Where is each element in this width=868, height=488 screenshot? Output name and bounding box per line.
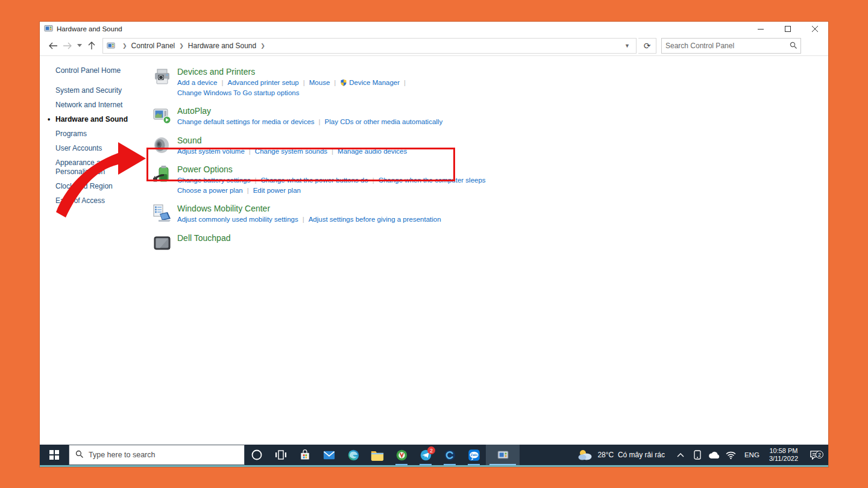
- link-separator: |: [404, 79, 406, 86]
- weather-widget[interactable]: 28°C Có mây rải rác: [577, 449, 665, 461]
- power-options-icon: [152, 164, 172, 184]
- refresh-icon[interactable]: ⟳: [638, 38, 656, 54]
- task-link-change-when-the-computer-sleeps[interactable]: Change when the computer sleeps: [379, 177, 486, 184]
- language-indicator[interactable]: ENG: [744, 451, 760, 458]
- maximize-button[interactable]: [774, 22, 801, 36]
- search-box[interactable]: [661, 38, 801, 54]
- task-link-adjust-settings-before-giving-a-presentation[interactable]: Adjust settings before giving a presenta…: [309, 216, 441, 223]
- section-devices-and-printers: Devices and PrintersAdd a device|Advance…: [152, 66, 828, 98]
- task-link-change-windows-to-go-startup-options[interactable]: Change Windows To Go startup options: [177, 89, 299, 96]
- task-link-manage-audio-devices[interactable]: Manage audio devices: [338, 148, 407, 155]
- sidebar-item-ease-of-access[interactable]: Ease of Access: [55, 196, 133, 205]
- onedrive-icon[interactable]: [708, 451, 721, 459]
- link-separator: |: [249, 148, 251, 155]
- dell-touchpad-icon: [152, 233, 172, 253]
- svg-text:Zalo: Zalo: [470, 453, 477, 457]
- notification-icon[interactable]: 2: [803, 450, 826, 460]
- sidebar: Control Panel Home System and SecurityNe…: [40, 56, 152, 445]
- task-link-change-what-the-power-buttons-do[interactable]: Change what the power buttons do: [260, 177, 368, 184]
- file-explorer-icon[interactable]: [365, 445, 389, 465]
- task-link-play-cds-or-other-media-automatically[interactable]: Play CDs or other media automatically: [325, 118, 443, 125]
- breadcrumb-chevron: ❯: [122, 43, 127, 49]
- task-link-change-system-sounds[interactable]: Change system sounds: [255, 148, 327, 155]
- devices-printers-icon: [152, 66, 172, 87]
- task-link-advanced-printer-setup[interactable]: Advanced printer setup: [228, 79, 299, 86]
- close-button[interactable]: [801, 22, 828, 36]
- link-separator: |: [247, 187, 249, 194]
- sidebar-item-network-and-internet[interactable]: Network and Internet: [55, 101, 133, 110]
- section-title[interactable]: Dell Touchpad: [177, 233, 230, 243]
- section-title[interactable]: Windows Mobility Center: [177, 204, 441, 213]
- up-icon[interactable]: [84, 39, 99, 53]
- forward-icon[interactable]: [60, 39, 75, 53]
- breadcrumb-item-hardware-and-sound[interactable]: Hardware and Sound: [188, 42, 256, 50]
- zalo-icon[interactable]: Zalo: [462, 445, 486, 465]
- address-dropdown-icon[interactable]: ▼: [622, 43, 632, 49]
- breadcrumb-chevron: ❯: [260, 43, 265, 49]
- section-power-options: Power OptionsChange battery settings|Cha…: [152, 163, 828, 196]
- sidebar-item-system-and-security[interactable]: System and Security: [55, 86, 133, 95]
- recent-pages-icon[interactable]: [75, 39, 84, 53]
- task-link-mouse[interactable]: Mouse: [309, 79, 330, 86]
- minimize-button[interactable]: [747, 22, 774, 36]
- uac-shield-icon: [340, 79, 347, 86]
- title-bar: Hardware and Sound: [40, 22, 828, 36]
- search-input[interactable]: [665, 42, 790, 50]
- section-sound: SoundAdjust system volume|Change system …: [152, 134, 828, 157]
- your-phone-icon[interactable]: [691, 450, 704, 460]
- section-title[interactable]: Power Options: [177, 164, 486, 174]
- breadcrumb-chevron: ❯: [179, 43, 184, 49]
- task-link-add-a-device[interactable]: Add a device: [177, 79, 218, 86]
- taskbar-search-input[interactable]: Type here to search: [69, 445, 245, 465]
- section-title[interactable]: Sound: [177, 136, 407, 145]
- task-link-adjust-system-volume[interactable]: Adjust system volume: [177, 148, 245, 155]
- window-title: Hardware and Sound: [57, 25, 122, 33]
- screen-bottom-edge: [40, 465, 828, 467]
- section-windows-mobility-center: Windows Mobility CenterAdjust commonly u…: [152, 202, 828, 225]
- mail-icon[interactable]: [317, 445, 341, 465]
- link-separator: |: [254, 177, 256, 184]
- desktop-background: Hardware and Sound ❯ Control Pane: [0, 0, 868, 488]
- task-link-adjust-commonly-used-mobility-settings[interactable]: Adjust commonly used mobility settings: [177, 216, 298, 223]
- task-view-icon[interactable]: [269, 445, 293, 465]
- window-content: Control Panel Home System and SecurityNe…: [40, 56, 828, 445]
- sidebar-item-control-panel-home[interactable]: Control Panel Home: [55, 66, 152, 75]
- link-separator: |: [319, 118, 321, 125]
- coccoc-icon[interactable]: [438, 445, 462, 465]
- back-icon[interactable]: [46, 39, 60, 53]
- unikey-icon[interactable]: [389, 445, 414, 465]
- control-panel-icon: [107, 42, 115, 50]
- sidebar-item-hardware-and-sound[interactable]: Hardware and Sound: [55, 115, 133, 124]
- tray-time: 10:58 PM: [769, 447, 798, 455]
- sidebar-item-programs[interactable]: Programs: [55, 130, 133, 139]
- task-link-change-battery-settings[interactable]: Change battery settings: [177, 177, 250, 184]
- breadcrumb[interactable]: ❯ Control Panel ❯ Hardware and Sound ❯ ▼: [102, 38, 637, 54]
- task-link-choose-a-power-plan[interactable]: Choose a power plan: [177, 187, 243, 194]
- sidebar-item-user-accounts[interactable]: User Accounts: [55, 144, 133, 153]
- task-link-edit-power-plan[interactable]: Edit power plan: [253, 187, 301, 194]
- clock[interactable]: 10:58 PM 3/11/2022: [769, 447, 798, 463]
- cortana-icon[interactable]: [245, 445, 269, 465]
- start-icon[interactable]: [40, 445, 69, 465]
- section-title[interactable]: Devices and Printers: [177, 67, 410, 77]
- tray-date: 3/11/2022: [769, 455, 798, 463]
- chevron-up-icon[interactable]: [674, 452, 687, 457]
- sidebar-item-clock-and-region[interactable]: Clock and Region: [55, 182, 133, 191]
- section-title[interactable]: AutoPlay: [177, 106, 442, 116]
- telegram-icon[interactable]: 2: [414, 445, 438, 465]
- store-icon[interactable]: [293, 445, 317, 465]
- sidebar-item-appearance-and-personalization[interactable]: Appearance and Personalization: [55, 158, 133, 177]
- link-separator: |: [222, 79, 224, 86]
- task-link-device-manager[interactable]: Device Manager: [340, 79, 400, 86]
- control-panel-taskbar-icon[interactable]: [486, 445, 520, 465]
- address-bar: ❯ Control Panel ❯ Hardware and Sound ❯ ▼…: [40, 36, 828, 56]
- task-link-change-default-settings-for-media-or-devices[interactable]: Change default settings for media or dev…: [177, 118, 315, 125]
- wifi-icon[interactable]: [725, 451, 738, 459]
- edge-icon[interactable]: [341, 445, 365, 465]
- sound-icon: [152, 135, 172, 155]
- taskbar: Type here to search: [40, 445, 828, 465]
- breadcrumb-item-control-panel[interactable]: Control Panel: [131, 42, 175, 50]
- section-autoplay: AutoPlayChange default settings for medi…: [152, 105, 828, 128]
- weather-icon: [577, 449, 593, 461]
- telegram-badge: 2: [427, 446, 435, 454]
